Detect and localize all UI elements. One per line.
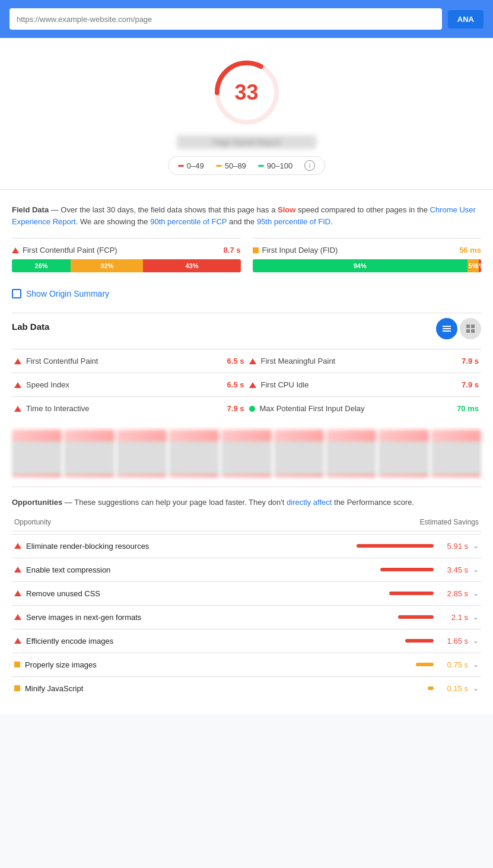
opp-item-6[interactable]: Minify JavaScript 0.15 s ⌄ (12, 676, 481, 700)
opp-desc-prefix: — These suggestions can help your page l… (65, 498, 287, 507)
legend-range1: 0–49 (187, 161, 204, 170)
lab-si: Speed Index 6.5 s (12, 373, 247, 396)
thumbnail-5 (221, 430, 271, 477)
opp-name-0: Eliminate render-blocking resources (14, 542, 352, 551)
fcp-bar-green: 26% (12, 259, 71, 272)
lab-mpfid-icon (249, 406, 255, 412)
field-data-prefix: — Over the last 30 days, the field data … (51, 205, 278, 214)
lab-tti-icon (14, 406, 21, 412)
lab-tti-label: Time to Interactive (26, 404, 89, 413)
fcp-bar-red: 43% (143, 259, 240, 272)
lab-metrics-grid: First Contentful Paint 6.5 s First Meani… (12, 349, 481, 420)
lab-mpfid-label: Max Potential First Input Delay (260, 404, 365, 413)
svg-rect-6 (471, 325, 475, 328)
opp-label-6: Minify JavaScript (25, 684, 83, 693)
opp-value-5: 0.75 s (438, 660, 468, 669)
origin-summary-row[interactable]: Show Origin Summary (12, 289, 481, 298)
thumbnail-8 (379, 430, 428, 477)
opp-icon-1 (14, 567, 21, 573)
opp-bar-3 (398, 615, 434, 619)
fcp-metric-name: First Contentful Paint (FCP) (12, 246, 117, 255)
opp-right-6: 0.15 s ⌄ (384, 684, 479, 693)
opp-chevron-6[interactable]: ⌄ (473, 684, 479, 692)
opp-label-1: Enable text compression (26, 565, 110, 574)
grid-icon (466, 324, 475, 333)
fid-value: 56 ms (459, 246, 481, 255)
opp-value-4: 1.65 s (438, 637, 468, 646)
lab-fci-label: First CPU Idle (261, 380, 309, 389)
opp-chevron-1[interactable]: ⌄ (473, 565, 479, 574)
url-input[interactable] (9, 8, 442, 30)
legend-orange: 50–89 (216, 161, 246, 170)
lab-tti-name: Time to Interactive (14, 404, 89, 413)
thumbnail-4 (169, 430, 219, 477)
opp-name-5: Properly size images (14, 660, 379, 669)
legend-dot-red (178, 165, 184, 167)
score-section: 33 Page Speed Report 0–49 50–89 90–100 i (0, 38, 493, 190)
legend-info-icon[interactable]: i (304, 160, 315, 171)
opp-right-5: 0.75 s ⌄ (384, 660, 479, 669)
svg-rect-8 (471, 329, 475, 333)
field-data-mid: speed compared to other pages in the (295, 205, 430, 214)
opp-name-4: Efficiently encode images (14, 637, 379, 646)
lab-fcp-icon (14, 358, 21, 364)
opp-chevron-5[interactable]: ⌄ (473, 660, 479, 669)
opp-chevron-2[interactable]: ⌄ (473, 589, 479, 597)
opp-icon-0 (14, 543, 21, 549)
legend-range3: 90–100 (267, 161, 292, 170)
analyze-button[interactable]: ANA (448, 10, 484, 28)
opp-chevron-0[interactable]: ⌄ (473, 542, 479, 550)
opportunities-title: Opportunities (12, 498, 62, 507)
opp-right-2: 2.85 s ⌄ (384, 589, 479, 598)
header: ANA (0, 0, 493, 38)
field-metrics-grid: First Contentful Paint (FCP) 8.7 s 26% 3… (12, 238, 481, 277)
fid-label: First Input Delay (FID) (262, 246, 338, 255)
origin-summary-label[interactable]: Show Origin Summary (26, 289, 109, 298)
legend-dot-orange (216, 165, 222, 167)
legend-green: 90–100 (258, 161, 292, 170)
divider-1 (12, 487, 481, 487)
opp-chevron-3[interactable]: ⌄ (473, 613, 479, 621)
lab-fcp-value: 6.5 s (227, 357, 244, 365)
fcp-value: 8.7 s (224, 246, 241, 255)
thumbnails-row (12, 430, 481, 477)
svg-rect-5 (466, 325, 470, 328)
field-data-mid2: . We are showing the (76, 217, 151, 226)
opp-chevron-4[interactable]: ⌄ (473, 637, 479, 645)
lab-tti-value: 7.9 s (227, 404, 244, 413)
fcp-percentile-link[interactable]: 90th percentile of FCP (150, 217, 227, 226)
opp-value-2: 2.85 s (438, 589, 468, 598)
directly-affect-link[interactable]: directly affect (287, 498, 332, 507)
fid-metric-name: First Input Delay (FID) (253, 246, 338, 255)
fid-progress-bar: 94% 5% 1% (253, 259, 482, 272)
opp-item-0[interactable]: Eliminate render-blocking resources 5.91… (12, 534, 481, 558)
opp-right-3: 2.1 s ⌄ (384, 613, 479, 622)
score-page-label: Page Speed Report (177, 135, 316, 149)
lab-fmp-icon (249, 358, 256, 364)
grid-view-button[interactable] (460, 318, 481, 339)
opp-name-6: Minify JavaScript (14, 684, 379, 693)
origin-summary-checkbox[interactable] (12, 289, 21, 298)
field-data-end: . (330, 217, 333, 226)
opp-right-0: 5.91 s ⌄ (357, 542, 479, 551)
slow-label: Slow (278, 205, 295, 214)
lab-si-label: Speed Index (26, 380, 69, 389)
lab-fci-name: First CPU Idle (249, 380, 309, 389)
lab-fcp: First Contentful Paint 6.5 s (12, 349, 247, 373)
opp-item-2[interactable]: Remove unused CSS 2.85 s ⌄ (12, 581, 481, 605)
opp-name-1: Enable text compression (14, 565, 376, 574)
lab-fmp-label: First Meaningful Paint (261, 357, 336, 365)
opp-item-5[interactable]: Properly size images 0.75 s ⌄ (12, 653, 481, 676)
fid-percentile-link[interactable]: 95th percentile of FID (257, 217, 330, 226)
list-view-button[interactable] (436, 318, 457, 339)
fid-bar-red: 1% (479, 259, 481, 272)
opp-right-4: 1.65 s ⌄ (384, 637, 479, 646)
lab-mpfid-value: 70 ms (457, 404, 479, 413)
lab-data-title: Lab Data (12, 322, 49, 332)
opp-item-4[interactable]: Efficiently encode images 1.65 s ⌄ (12, 629, 481, 653)
opp-item-3[interactable]: Serve images in next-gen formats 2.1 s ⌄ (12, 605, 481, 629)
thumbnail-3 (117, 430, 167, 477)
opp-item-1[interactable]: Enable text compression 3.45 s ⌄ (12, 558, 481, 581)
score-value: 33 (234, 80, 258, 105)
main-content: Field Data — Over the last 30 days, the … (0, 190, 493, 714)
